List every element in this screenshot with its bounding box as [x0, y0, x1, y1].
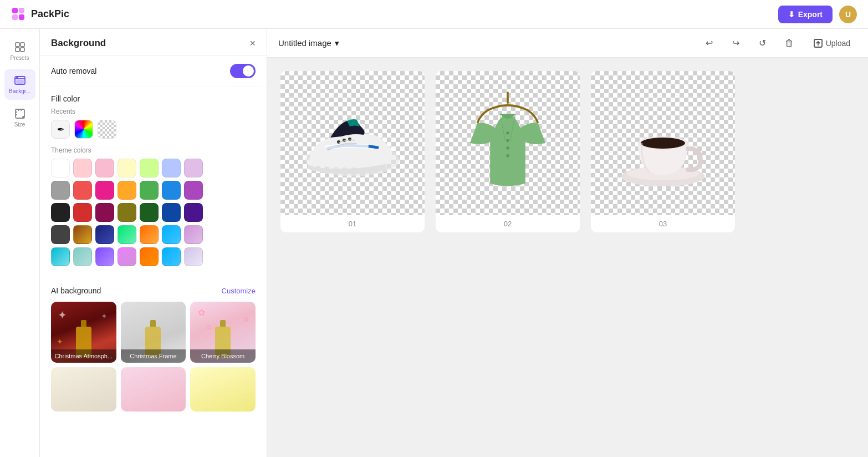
auto-removal-toggle[interactable] [230, 64, 256, 78]
image-card-03[interactable]: 03 [591, 71, 735, 232]
background-panel: Background × Auto removal Fill color Rec… [40, 29, 267, 457]
close-panel-button[interactable]: × [249, 38, 256, 48]
ai-card-label: Christmas Atmosph... [51, 349, 116, 363]
color-swatch[interactable] [51, 181, 70, 200]
image-label-02: 02 [436, 215, 580, 232]
color-swatch[interactable] [140, 225, 159, 244]
upload-button[interactable]: Upload [807, 35, 857, 51]
transparent-swatch[interactable] [98, 120, 116, 139]
avatar[interactable]: U [839, 6, 857, 23]
sidebar-item-presets[interactable]: Presets [4, 35, 35, 67]
image-canvas-01 [280, 71, 425, 215]
background-label: Backgr... [9, 88, 30, 94]
svg-rect-4 [16, 43, 19, 47]
color-swatch[interactable] [73, 181, 92, 200]
color-swatch[interactable] [51, 247, 70, 266]
svg-point-14 [337, 140, 340, 144]
color-swatch[interactable] [95, 181, 114, 200]
color-swatch[interactable] [184, 203, 203, 222]
color-swatch[interactable] [51, 203, 70, 222]
ai-bottom-card-1[interactable] [51, 367, 116, 412]
refresh-button[interactable]: ↺ [754, 34, 772, 52]
image-grid: 01 [280, 71, 735, 232]
image-label-03: 03 [591, 215, 735, 232]
color-swatch[interactable] [73, 247, 92, 266]
fill-color-section: Fill color Recents ✒ Theme colors [40, 87, 267, 278]
color-swatch[interactable] [118, 181, 136, 200]
logo-icon [11, 7, 27, 22]
gradient-multi-swatch[interactable] [74, 120, 93, 139]
theme-colors-grid [51, 159, 256, 266]
color-swatch[interactable] [118, 247, 136, 266]
download-icon: ⬇ [788, 10, 795, 19]
ai-card-label: Cherry Blossom [190, 349, 256, 363]
size-icon [14, 108, 26, 120]
color-swatch[interactable] [184, 181, 203, 200]
color-swatch[interactable] [95, 203, 114, 222]
color-swatch[interactable] [162, 247, 181, 266]
color-swatch[interactable] [95, 159, 114, 177]
color-swatch[interactable] [118, 159, 136, 177]
image-card-01[interactable]: 01 [280, 71, 425, 232]
size-label: Size [14, 121, 25, 128]
image-title-button[interactable]: Untitled image ▾ [278, 38, 339, 48]
chevron-down-icon: ▾ [335, 38, 339, 48]
color-swatch[interactable] [118, 225, 136, 244]
upload-label: Upload [826, 39, 850, 48]
redo-button[interactable]: ↪ [727, 34, 745, 52]
color-swatch[interactable] [162, 159, 181, 177]
color-swatch[interactable] [162, 181, 181, 200]
color-swatch[interactable] [184, 159, 203, 177]
ai-card-christmas-atmosph[interactable]: ✦ ✦ ✦ Christmas Atmosph... [51, 302, 116, 363]
color-swatch[interactable] [140, 181, 159, 200]
export-button[interactable]: ⬇ Export [778, 6, 833, 23]
color-swatch[interactable] [51, 159, 70, 177]
color-swatch[interactable] [184, 247, 203, 266]
svg-rect-10 [17, 80, 23, 83]
presets-icon [14, 41, 26, 53]
sidebar-item-background[interactable]: Backgr... [4, 69, 35, 100]
color-swatch[interactable] [95, 247, 114, 266]
color-swatch[interactable] [184, 225, 203, 244]
svg-point-25 [641, 138, 685, 149]
ai-background-section: AI background Customize ✦ ✦ ✦ [40, 278, 267, 419]
color-swatch[interactable] [140, 159, 159, 177]
export-label: Export [798, 10, 823, 19]
trash-icon: 🗑 [785, 38, 794, 48]
ai-card-cherry-blossom[interactable]: ✿ ✿ ✿ Cherry Blossom [190, 302, 256, 363]
logo: PackPic [11, 7, 69, 22]
svg-rect-0 [12, 8, 18, 13]
color-swatch[interactable] [73, 225, 92, 244]
color-swatch[interactable] [140, 247, 159, 266]
eyedropper-swatch[interactable]: ✒ [51, 120, 70, 139]
icon-sidebar: Presets Backgr... Size [0, 29, 40, 457]
svg-rect-2 [12, 14, 18, 20]
sneaker-image [297, 99, 408, 187]
ai-bottom-card-2[interactable] [121, 367, 186, 412]
canvas-area: Untitled image ▾ ↩ ↪ ↺ 🗑 Upload [267, 29, 868, 457]
presets-label: Presets [11, 55, 29, 61]
color-swatch[interactable] [73, 159, 92, 177]
customize-button[interactable]: Customize [222, 287, 256, 295]
shirt-image [458, 88, 558, 199]
color-swatch[interactable] [140, 203, 159, 222]
svg-rect-3 [19, 14, 24, 20]
color-swatch[interactable] [73, 203, 92, 222]
auto-removal-label: Auto removal [51, 67, 96, 75]
delete-button[interactable]: 🗑 [780, 34, 798, 52]
ai-card-label: Christmas Frame [121, 349, 186, 363]
recents-label: Recents [51, 108, 256, 115]
color-swatch[interactable] [95, 225, 114, 244]
color-swatch[interactable] [118, 203, 136, 222]
canvas-toolbar: Untitled image ▾ ↩ ↪ ↺ 🗑 Upload [267, 29, 868, 58]
image-card-02[interactable]: 02 [436, 71, 580, 232]
ai-bottom-card-3[interactable] [190, 367, 256, 412]
color-swatch[interactable] [162, 203, 181, 222]
undo-button[interactable]: ↩ [701, 34, 718, 52]
panel-title: Background [51, 38, 106, 49]
color-swatch[interactable] [162, 225, 181, 244]
color-swatch[interactable] [51, 225, 70, 244]
ai-background-header: AI background Customize [51, 286, 256, 295]
sidebar-item-size[interactable]: Size [4, 102, 35, 133]
ai-card-christmas-frame[interactable]: Christmas Frame [121, 302, 186, 363]
